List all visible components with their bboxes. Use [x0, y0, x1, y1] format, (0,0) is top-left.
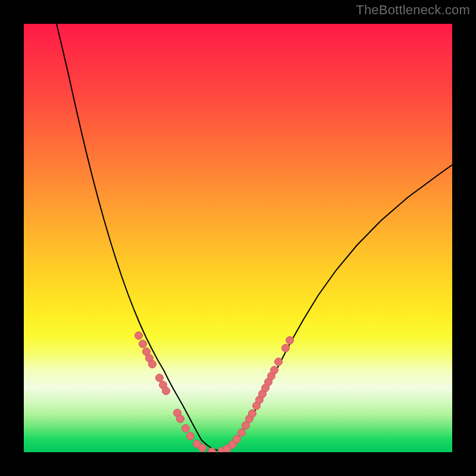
data-marker [135, 332, 143, 340]
data-marker [208, 448, 216, 453]
watermark-label: TheBottleneck.com [356, 2, 470, 18]
data-marker [249, 410, 256, 418]
plot-area [24, 24, 452, 452]
data-marker [282, 345, 290, 352]
data-marker [162, 387, 170, 395]
highlight-markers [135, 332, 294, 453]
chart-svg [24, 24, 452, 452]
data-marker [139, 340, 147, 348]
bottleneck-curve [57, 24, 452, 450]
data-marker [238, 429, 246, 437]
data-marker [182, 425, 190, 433]
data-marker [275, 358, 283, 366]
data-series [57, 24, 452, 450]
data-marker [271, 367, 278, 374]
data-marker [156, 374, 164, 382]
data-marker [187, 433, 195, 440]
chart-frame: TheBottleneck.com [0, 0, 476, 476]
data-marker [199, 444, 206, 452]
data-marker [149, 361, 156, 368]
data-marker [233, 436, 241, 443]
data-marker [177, 415, 184, 423]
data-marker [286, 337, 294, 345]
